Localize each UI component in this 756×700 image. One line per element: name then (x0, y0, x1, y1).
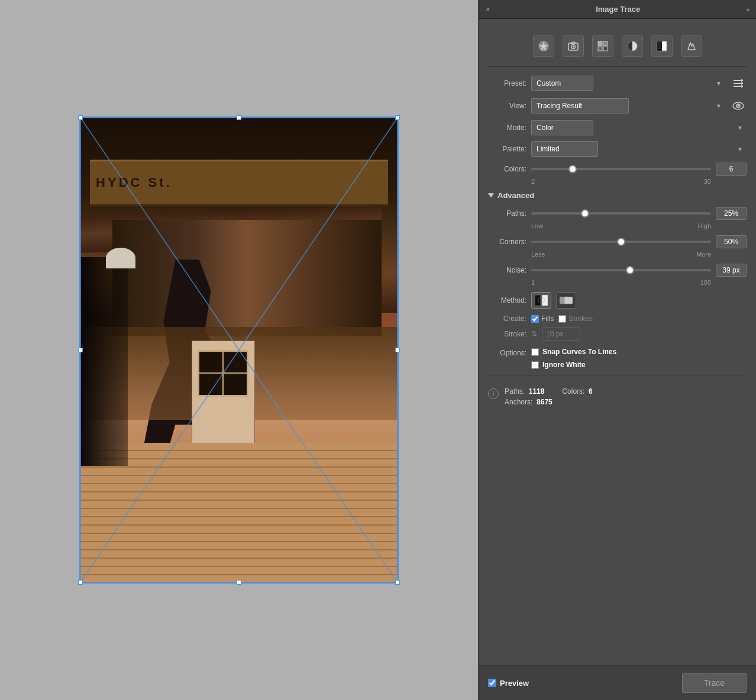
method-label: Method: (488, 296, 526, 304)
collapse-icon[interactable]: » (746, 6, 749, 13)
paths-max-label: High (697, 222, 711, 229)
stroke-input[interactable] (542, 328, 580, 341)
stat-colors: Colors: 6 (562, 387, 592, 396)
stat-anchors-label: Anchors: (505, 398, 532, 406)
create-label: Create: (488, 315, 526, 323)
preset-select[interactable]: Custom Auto Color High Color Low Color G… (531, 76, 593, 91)
snap-curves-checkbox[interactable] (531, 348, 539, 356)
noise-value-input[interactable] (716, 264, 747, 277)
corners-min-label: Less (531, 251, 545, 258)
handle-tm[interactable] (237, 115, 241, 120)
grayscale-preset-btn[interactable] (622, 35, 643, 57)
options-checks: Snap Curves To Lines Ignore White (531, 348, 616, 369)
preview-label: Preview (500, 679, 529, 688)
stat-anchors-value: 8675 (537, 398, 553, 406)
svg-rect-14 (603, 47, 608, 51)
noise-slider-track[interactable] (531, 269, 711, 271)
create-row: Create: Fills Strokes (488, 315, 747, 323)
mode-select-wrapper: Color Grayscale Black and White (531, 120, 747, 135)
fills-checkbox-item[interactable]: Fills (531, 315, 554, 323)
corners-max-label: More (696, 251, 711, 258)
view-select-wrapper: Tracing Result Source Image Outlines Out… (531, 98, 725, 114)
strokes-checkbox-item[interactable]: Strokes (558, 315, 593, 323)
handle-mr[interactable] (395, 348, 400, 352)
svg-rect-27 (542, 295, 548, 306)
paths-value-input[interactable] (716, 207, 747, 220)
corners-value-input[interactable] (716, 235, 747, 248)
snap-curves-item[interactable]: Snap Curves To Lines (531, 348, 616, 356)
colors-slider-track[interactable] (531, 168, 711, 170)
colors-label: Colors: (488, 165, 526, 173)
ignore-white-item[interactable]: Ignore White (531, 361, 616, 369)
paths-slider-track[interactable] (531, 212, 711, 215)
svg-rect-21 (741, 82, 742, 85)
fills-checkbox[interactable] (531, 315, 539, 323)
high-color-preset-btn[interactable] (563, 35, 584, 57)
palette-select[interactable]: Limited Full Tone Automatic Document Lib… (531, 141, 598, 157)
preset-menu-btn[interactable] (730, 75, 747, 92)
corners-slider-thumb[interactable] (617, 238, 625, 246)
preset-label: Preset: (488, 79, 526, 88)
noise-max-label: 100 (700, 279, 711, 286)
svg-rect-26 (535, 295, 541, 306)
noise-slider-thumb[interactable] (626, 266, 634, 274)
svg-rect-13 (598, 47, 602, 51)
stat-paths: Paths: 1118 (505, 387, 544, 396)
options-row: Options: Snap Curves To Lines Ignore Whi… (488, 348, 747, 369)
noise-min-label: 1 (531, 279, 535, 286)
preview-checkbox[interactable] (488, 679, 496, 687)
palette-row: Palette: Limited Full Tone Automatic Doc… (488, 141, 747, 157)
noise-range-labels: 1 100 (488, 279, 747, 286)
view-select[interactable]: Tracing Result Source Image Outlines Out… (531, 98, 629, 114)
paths-slider-thumb[interactable] (581, 209, 589, 218)
handle-tl[interactable] (78, 115, 83, 120)
mode-row: Mode: Color Grayscale Black and White (488, 120, 747, 135)
noise-slider-row: Noise: (488, 264, 747, 277)
stroke-spinner-icon: ⇅ (531, 330, 537, 338)
svg-rect-22 (741, 85, 742, 88)
preset-icons-row (488, 27, 747, 67)
handle-bm[interactable] (237, 580, 241, 585)
strokes-checkbox[interactable] (558, 315, 566, 323)
colors-value-input[interactable]: 6 (716, 163, 747, 176)
advanced-header[interactable]: Advanced (488, 191, 747, 200)
view-toggle-btn[interactable] (730, 98, 747, 114)
panel-footer: Preview Trace (479, 665, 756, 700)
colors-min-label: 2 (531, 178, 535, 185)
handle-ml[interactable] (78, 348, 83, 352)
paths-slider-row: Paths: (488, 207, 747, 220)
panel-title: Image Trace (596, 5, 640, 14)
auto-color-preset-btn[interactable] (533, 35, 554, 57)
stats-content: Paths: 1118 Colors: 6 Anchors: 8675 (505, 387, 747, 409)
palette-label: Palette: (488, 145, 526, 153)
noise-label: Noise: (488, 266, 526, 274)
colors-slider-thumb[interactable] (568, 165, 577, 173)
ignore-white-checkbox[interactable] (531, 361, 539, 369)
bw-preset-btn[interactable] (651, 35, 673, 57)
handle-bl[interactable] (78, 580, 83, 585)
close-icon[interactable]: × (486, 5, 490, 14)
handle-br[interactable] (395, 580, 400, 585)
options-label: Options: (488, 348, 526, 357)
info-icon[interactable]: i (488, 388, 499, 399)
stat-paths-label: Paths: (505, 387, 525, 396)
image-container[interactable]: HYDC St. (79, 116, 399, 584)
handle-tr[interactable] (395, 115, 400, 120)
method-abutting-btn[interactable] (531, 292, 551, 309)
snap-curves-label: Snap Curves To Lines (542, 348, 616, 356)
stat-anchors: Anchors: 8675 (505, 398, 553, 406)
image-trace-panel: × Image Trace » (478, 0, 756, 700)
method-row: Method: (488, 292, 747, 309)
mode-label: Mode: (488, 124, 526, 132)
colors-slider-row: Colors: 6 (488, 163, 747, 176)
method-overlapping-btn[interactable] (556, 292, 576, 309)
artwork: HYDC St. (80, 118, 398, 582)
outline-preset-btn[interactable] (681, 35, 702, 57)
corners-slider-track[interactable] (531, 241, 711, 243)
paths-min-label: Low (531, 222, 543, 229)
mode-select[interactable]: Color Grayscale Black and White (531, 120, 593, 135)
trace-button[interactable]: Trace (682, 673, 747, 693)
preview-checkbox-item[interactable]: Preview (488, 679, 529, 688)
low-color-preset-btn[interactable] (592, 35, 613, 57)
fills-label: Fills (541, 315, 554, 323)
